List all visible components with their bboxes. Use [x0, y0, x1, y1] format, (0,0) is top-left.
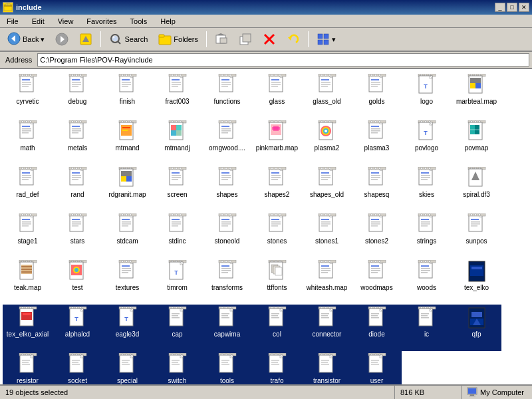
- svg-rect-480: [421, 221, 430, 223]
- file-item[interactable]: special: [102, 351, 152, 384]
- file-item[interactable]: tools: [202, 351, 252, 384]
- file-item[interactable]: stones: [252, 211, 302, 258]
- close-button[interactable]: ✕: [519, 3, 529, 12]
- minimize-button[interactable]: _: [495, 3, 505, 12]
- svg-point-90: [221, 74, 223, 76]
- file-item[interactable]: switch: [152, 351, 202, 384]
- file-item[interactable]: stars: [53, 211, 102, 258]
- menu-edit[interactable]: Edit: [28, 16, 49, 27]
- svg-rect-101: [271, 86, 278, 87]
- search-label: Search: [124, 35, 148, 43]
- menu-file[interactable]: File: [3, 16, 23, 27]
- maximize-button[interactable]: □: [507, 3, 517, 12]
- file-item[interactable]: stage1: [3, 211, 53, 258]
- file-item[interactable]: stoneold: [202, 211, 252, 258]
- file-item[interactable]: stdinc: [152, 211, 202, 258]
- svg-rect-738: [172, 360, 180, 361]
- file-item[interactable]: resistor: [3, 351, 53, 384]
- svg-rect-580: [371, 270, 380, 271]
- file-item[interactable]: T povlogo: [402, 118, 452, 165]
- file-item[interactable]: stones1: [302, 211, 352, 258]
- file-item[interactable]: shapes: [202, 165, 252, 211]
- file-item[interactable]: user: [352, 351, 402, 384]
- menu-help[interactable]: Help: [156, 16, 180, 27]
- move-button[interactable]: [210, 30, 233, 49]
- file-item[interactable]: T logo: [402, 72, 452, 118]
- file-item[interactable]: math: [3, 118, 53, 165]
- file-item[interactable]: rdgranit.map: [102, 165, 152, 211]
- file-item[interactable]: test: [53, 258, 102, 305]
- file-item[interactable]: T alphalcd: [53, 305, 102, 351]
- file-item[interactable]: transforms: [202, 258, 252, 305]
- file-item[interactable]: woods: [402, 258, 452, 305]
- menu-favorites[interactable]: Favorites: [82, 16, 120, 27]
- file-item[interactable]: glass_old: [302, 72, 352, 118]
- delete-button[interactable]: [258, 30, 281, 49]
- svg-rect-167: [72, 126, 80, 127]
- search-button[interactable]: Search: [104, 30, 152, 49]
- file-item[interactable]: col: [252, 305, 302, 351]
- file-item[interactable]: T eagle3d: [102, 305, 152, 351]
- file-item[interactable]: stones2: [352, 211, 402, 258]
- file-item[interactable]: skies: [402, 165, 452, 211]
- file-item[interactable]: capwima: [202, 305, 252, 351]
- views-button[interactable]: ▾: [312, 30, 340, 49]
- file-item[interactable]: transistor: [302, 351, 352, 384]
- file-icon: [167, 168, 188, 190]
- svg-rect-454: [321, 221, 331, 223]
- file-item[interactable]: screen: [152, 165, 202, 211]
- file-item[interactable]: textures: [102, 258, 152, 305]
- file-item[interactable]: diode: [352, 305, 402, 351]
- undo-button[interactable]: [282, 30, 305, 49]
- file-item[interactable]: cyrvetic: [3, 72, 53, 118]
- file-item[interactable]: qfp: [452, 305, 501, 351]
- file-item[interactable]: connector: [302, 305, 352, 351]
- file-item[interactable]: whiteash.map: [302, 258, 352, 305]
- file-item[interactable]: stdcam: [102, 211, 152, 258]
- file-item[interactable]: glass: [252, 72, 302, 118]
- file-item[interactable]: fract003: [152, 72, 202, 118]
- file-item[interactable]: teak.map: [3, 258, 53, 305]
- file-item[interactable]: pinkmarb.map: [252, 118, 302, 165]
- file-item[interactable]: marbteal.map: [452, 72, 501, 118]
- file-item[interactable]: metals: [53, 118, 102, 165]
- file-item[interactable]: ic: [402, 305, 452, 351]
- file-item[interactable]: woodmaps: [352, 258, 402, 305]
- forward-button[interactable]: [51, 30, 73, 49]
- address-input[interactable]: [37, 53, 529, 66]
- file-item[interactable]: mtmand: [102, 118, 152, 165]
- file-item[interactable]: shapesq: [352, 165, 402, 211]
- file-view[interactable]: cyrvetic debug: [0, 69, 532, 384]
- file-item[interactable]: functions: [202, 72, 252, 118]
- copy-button[interactable]: [234, 30, 257, 49]
- file-item[interactable]: tex_elko_axial: [3, 305, 53, 351]
- up-button[interactable]: [74, 30, 97, 49]
- menu-view[interactable]: View: [54, 16, 78, 27]
- file-item[interactable]: tex_elko: [452, 258, 501, 305]
- menu-tools[interactable]: Tools: [126, 16, 152, 27]
- file-item[interactable]: rand: [53, 165, 102, 211]
- file-item[interactable]: debug: [53, 72, 102, 118]
- file-label: mtmand: [115, 144, 139, 152]
- file-item[interactable]: golds: [352, 72, 402, 118]
- file-item[interactable]: trafo: [252, 351, 302, 384]
- file-item[interactable]: orngwood....: [202, 118, 252, 165]
- file-item[interactable]: ttffonts: [252, 258, 302, 305]
- file-item[interactable]: sunpos: [452, 211, 501, 258]
- file-item[interactable]: socket: [53, 351, 102, 384]
- file-item[interactable]: finish: [102, 72, 152, 118]
- file-item[interactable]: shapes2: [252, 165, 302, 211]
- svg-point-323: [275, 168, 277, 170]
- file-item[interactable]: mtmandj: [152, 118, 202, 165]
- file-item[interactable]: plasma3: [352, 118, 402, 165]
- file-item[interactable]: strings: [402, 211, 452, 258]
- file-item[interactable]: cap: [152, 305, 202, 351]
- back-button[interactable]: Back ▾: [3, 30, 49, 49]
- file-item[interactable]: povmap: [452, 118, 501, 165]
- file-item[interactable]: spiral.df3: [452, 165, 501, 211]
- file-item[interactable]: rad_def: [3, 165, 53, 211]
- file-item[interactable]: plasma2: [302, 118, 352, 165]
- folders-button[interactable]: Folders: [154, 30, 203, 49]
- file-item[interactable]: T timrom: [152, 258, 202, 305]
- file-item[interactable]: shapes_old: [302, 165, 352, 211]
